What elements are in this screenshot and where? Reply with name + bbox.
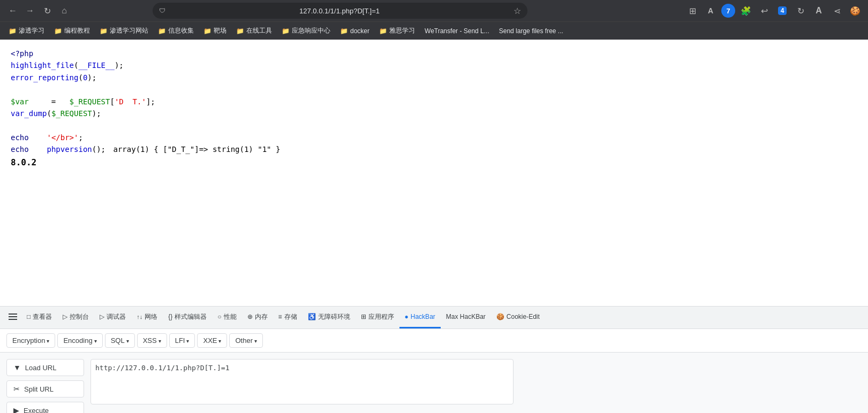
lfi-dropdown[interactable]: LFI [169, 333, 195, 348]
tab-label: 无障碍环境 [318, 312, 350, 322]
home-button[interactable]: ⌂ [57, 3, 72, 18]
folder-icon: 📁 [9, 27, 17, 35]
hackbar-panel: Encryption Encoding SQL XSS LFI XXE Othe… [0, 328, 868, 413]
xss-dropdown[interactable]: XSS [137, 333, 167, 348]
tab-label: 存储 [284, 312, 297, 322]
tab-console[interactable]: ▷ 控制台 [57, 307, 94, 328]
code-line-10: 8.0.2 [11, 156, 857, 170]
tab-hackbar[interactable]: ● HackBar [399, 307, 441, 328]
address-bar[interactable]: 🛡 ☆ [153, 3, 527, 19]
paren: () [92, 145, 101, 154]
tab-label: Cookie-Edit [507, 313, 540, 320]
keyword: echo [11, 145, 29, 154]
split-icon: ✂ [13, 385, 20, 393]
xxe-dropdown[interactable]: XXE [197, 333, 227, 348]
refresh2-icon[interactable]: ↻ [793, 3, 808, 18]
bookmark-label: docker [350, 27, 369, 35]
load-url-label: Load URL [25, 364, 57, 372]
output: array(1) { ["D_T_"]=> string(1) "1" } [113, 145, 280, 154]
back-button[interactable]: ← [5, 3, 20, 18]
cookie-icon: 🍪 [496, 313, 504, 320]
devtools-toggle[interactable] [4, 307, 21, 328]
undo-icon[interactable]: ↩ [757, 3, 772, 18]
bookmark-item[interactable]: 📁 雅思学习 [375, 25, 419, 37]
encoding-dropdown[interactable]: Encoding [57, 333, 102, 348]
bracket: [ [110, 97, 114, 106]
bookmark-label: 渗透学习网站 [110, 26, 148, 35]
tab-performance[interactable]: ○ 性能 [212, 307, 241, 328]
forward-button[interactable]: → [22, 3, 37, 18]
bookmark-item[interactable]: 📁 渗透学习 [4, 25, 49, 37]
bookmark-item[interactable]: 📁 应急响应中心 [277, 25, 335, 37]
tab-style-editor[interactable]: {} 样式编辑器 [163, 307, 212, 328]
network-icon: ↑↓ [137, 313, 142, 320]
reload-button[interactable]: ↻ [40, 3, 55, 18]
translate-icon[interactable]: A [703, 3, 718, 18]
chevron-down-icon [47, 336, 49, 345]
tab-cookie-edit[interactable]: 🍪 Cookie-Edit [491, 307, 545, 328]
folder-icon: 📁 [100, 27, 108, 35]
other-dropdown[interactable]: Other [229, 333, 263, 348]
code-line-3: error_reporting(0); [11, 72, 857, 83]
sql-dropdown[interactable]: SQL [105, 333, 135, 348]
tab-label: HackBar [411, 313, 435, 320]
hackbar-url-area [90, 359, 862, 407]
tab-inspector[interactable]: □ 查看器 [21, 307, 57, 328]
constant: __FILE__ [78, 61, 114, 70]
tab-label: 性能 [224, 312, 237, 322]
bookmark-label: 信息收集 [168, 26, 194, 35]
extensions-icon[interactable]: ⊞ [685, 3, 700, 18]
tab-debugger[interactable]: ▷ 调试器 [94, 307, 131, 328]
bookmark-item[interactable]: 📁 信息收集 [154, 25, 198, 37]
cookie-icon[interactable]: 🍪 [848, 3, 863, 18]
semicolon: ; [92, 73, 96, 82]
bookmark-label: 渗透学习 [19, 26, 44, 35]
bookmark-item[interactable]: Send large files free ... [495, 26, 568, 36]
bookmark-item[interactable]: 📁 在线工具 [232, 25, 276, 37]
puzzle-icon[interactable]: 🧩 [738, 3, 753, 18]
tab-network[interactable]: ↑↓ 网络 [131, 307, 163, 328]
shield-icon: 🛡 [159, 7, 165, 14]
lfi-label: LFI [175, 336, 185, 345]
encryption-dropdown[interactable]: Encryption [6, 333, 55, 348]
bookmark-item[interactable]: 📁 编程教程 [50, 25, 94, 37]
execute-label: Execute [24, 407, 49, 414]
hackbar-url-input[interactable] [90, 359, 514, 404]
profile-badge[interactable]: 7 [721, 4, 735, 18]
bookmark-item[interactable]: 📁 docker [336, 26, 374, 36]
execute-button[interactable]: ▶ Execute [6, 402, 84, 413]
xss-label: XSS [143, 336, 157, 345]
bookmark-label: Send large files free ... [499, 27, 563, 35]
paren: ) [87, 73, 92, 82]
memory-icon: ⊕ [247, 313, 253, 320]
bookmark-item[interactable]: 📁 渗透学习网站 [95, 25, 153, 37]
bookmark-item[interactable]: WeTransfer - Send L... [420, 26, 494, 36]
lang-icon[interactable]: A [811, 3, 826, 18]
folder-icon: 📁 [282, 27, 290, 35]
tab-accessibility[interactable]: ♿ 无障碍环境 [303, 307, 356, 328]
star-icon[interactable]: ☆ [514, 6, 521, 16]
svg-rect-0 [9, 313, 17, 315]
load-url-button[interactable]: ▼ Load URL [6, 359, 84, 376]
hackbar-actions: ▼ Load URL ✂ Split URL ▶ Execute [6, 359, 84, 413]
folder-icon: 📁 [236, 27, 244, 35]
style-icon: {} [168, 313, 172, 320]
tab-label: 网络 [145, 312, 157, 322]
spaces [33, 133, 42, 142]
tab-label: 控制台 [70, 312, 89, 322]
tab-memory[interactable]: ⊕ 内存 [242, 307, 273, 328]
url-input[interactable] [170, 7, 509, 15]
title-bar: ← → ↻ ⌂ 🛡 ☆ ⊞ A 7 🧩 ↩ 4 ↻ A ⋖ 🍪 [0, 0, 868, 21]
spaces [33, 145, 42, 154]
badge4-icon[interactable]: 4 [775, 3, 790, 18]
tab-max-hackbar[interactable]: Max HacKBar [441, 307, 491, 328]
bookmark-item[interactable]: 📁 靶场 [199, 25, 231, 37]
encryption-label: Encryption [12, 336, 45, 345]
inspector-icon: □ [27, 313, 31, 320]
grid-icon2[interactable]: ⋖ [829, 3, 844, 18]
code-line-8: echo '</br>'; [11, 132, 857, 143]
tab-storage[interactable]: ≡ 存储 [273, 307, 303, 328]
function-name: highlight_file [11, 61, 74, 70]
tab-application[interactable]: ⊞ 应用程序 [356, 307, 399, 328]
split-url-button[interactable]: ✂ Split URL [6, 380, 84, 397]
